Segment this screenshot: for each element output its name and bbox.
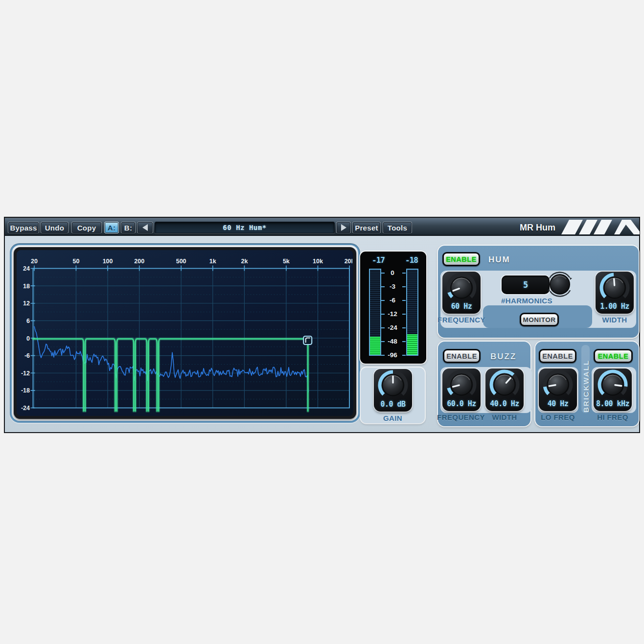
meter-scale-label: -3 bbox=[383, 283, 402, 290]
ab-b-button[interactable]: B: bbox=[121, 222, 136, 233]
gain-value: 0.0 dB bbox=[374, 400, 412, 409]
meter-scale-label: -96 bbox=[383, 351, 402, 359]
brickwall-hi-enable-button[interactable]: ENABLE bbox=[594, 349, 633, 363]
brickwall-hi-freq-value: 8.00 kHz bbox=[594, 399, 632, 408]
hum-frequency-knob[interactable] bbox=[442, 273, 481, 301]
spectrum-display: 20501002005001k2k5k10k20k24181260-6-12-1… bbox=[10, 243, 360, 423]
meter-scale-label: 0 bbox=[383, 269, 402, 276]
meter-scale-label: -6 bbox=[383, 297, 402, 304]
right-arrow-icon bbox=[341, 224, 346, 231]
hum-width-value: 1.00 Hz bbox=[596, 302, 634, 311]
svg-text:50: 50 bbox=[72, 258, 79, 265]
buzz-width-value: 40.0 Hz bbox=[485, 399, 524, 408]
meter-right bbox=[406, 269, 418, 356]
buzz-width-knob[interactable] bbox=[485, 369, 524, 398]
preset-display[interactable]: 60 Hz Hum* bbox=[155, 222, 335, 233]
svg-text:2k: 2k bbox=[241, 258, 248, 265]
svg-text:500: 500 bbox=[176, 258, 186, 265]
brickwall-title: BRICKWALL bbox=[582, 346, 590, 413]
svg-text:100: 100 bbox=[103, 258, 113, 265]
buzz-frequency-tile[interactable]: 60.0 Hz bbox=[442, 368, 481, 411]
meter-left bbox=[369, 269, 381, 356]
meter-tick-left bbox=[381, 355, 385, 356]
buzz-enable-button[interactable]: ENABLE bbox=[443, 349, 481, 363]
meter-scale-label: -48 bbox=[383, 338, 402, 345]
svg-text:20: 20 bbox=[31, 258, 38, 265]
meter-panel: -17 -18 0-3-6-12-24-48-96 bbox=[360, 252, 426, 364]
tools-menu-button[interactable]: Tools bbox=[383, 222, 412, 233]
svg-text:10k: 10k bbox=[313, 258, 323, 265]
brickwall-lo-freq-tile[interactable]: 40 Hz bbox=[539, 368, 577, 411]
prev-preset-button[interactable] bbox=[137, 222, 153, 233]
svg-text:24: 24 bbox=[23, 265, 30, 272]
buzz-width-tile[interactable]: 40.0 Hz bbox=[485, 368, 524, 411]
preset-menu-button[interactable]: Preset bbox=[352, 222, 381, 233]
brickwall-lo-freq-value: 40 Hz bbox=[539, 399, 577, 408]
meter-value-right: -18 bbox=[397, 255, 426, 265]
buzz-enable-label: ENABLE bbox=[444, 350, 479, 362]
svg-text:-6: -6 bbox=[24, 352, 30, 359]
svg-text:-24: -24 bbox=[21, 405, 30, 412]
plugin-window: Bypass Undo Copy A: B: 60 Hz Hum* Preset… bbox=[4, 217, 640, 433]
hum-frequency-value: 60 Hz bbox=[442, 302, 481, 311]
svg-text:6: 6 bbox=[26, 318, 30, 324]
brickwall-lo-freq-label: LO FREQ bbox=[533, 413, 582, 421]
monitor-label: MONITOR bbox=[521, 314, 557, 325]
gain-knob-tile[interactable]: 0.0 dB bbox=[374, 369, 412, 412]
spectrum-graph[interactable]: 20501002005001k2k5k10k20k24181260-6-12-1… bbox=[17, 250, 352, 416]
hum-title: HUM bbox=[488, 255, 510, 265]
brickwall-hi-freq-knob[interactable] bbox=[594, 369, 632, 398]
buzz-width-label: WIDTH bbox=[480, 413, 529, 421]
app-title: MR Hum bbox=[494, 222, 555, 233]
preset-name: 60 Hz Hum* bbox=[223, 224, 266, 231]
graph-frame: 20501002005001k2k5k10k20k24181260-6-12-1… bbox=[12, 245, 358, 421]
hum-width-knob[interactable] bbox=[596, 273, 634, 301]
brickwall-hi-freq-tile[interactable]: 8.00 kHz bbox=[594, 368, 632, 411]
meter-tick-right bbox=[402, 341, 406, 342]
brickwall-handle[interactable] bbox=[303, 336, 312, 345]
buzz-frequency-label: FREQUENCY bbox=[437, 413, 485, 421]
hum-frequency-label: FREQUENCY bbox=[437, 316, 486, 324]
svg-text:20k: 20k bbox=[345, 258, 352, 265]
brickwall-lo-enable-button[interactable]: ENABLE bbox=[539, 349, 576, 363]
buzz-title: BUZZ bbox=[490, 352, 516, 362]
brickwall-lo-freq-knob[interactable] bbox=[539, 369, 577, 398]
bypass-button[interactable]: Bypass bbox=[8, 222, 39, 233]
svg-text:12: 12 bbox=[23, 300, 30, 307]
hum-width-tile[interactable]: 1.00 Hz bbox=[596, 272, 634, 314]
hum-width-label: WIDTH bbox=[590, 316, 639, 324]
svg-text:18: 18 bbox=[23, 283, 30, 290]
harmonics-display[interactable]: 5 bbox=[502, 276, 550, 294]
meter-scale-label: -24 bbox=[383, 324, 402, 331]
brickwall-hi-freq-label: HI FREQ bbox=[588, 413, 637, 421]
meter-tick-left bbox=[381, 327, 385, 328]
buzz-frequency-value: 60.0 Hz bbox=[442, 399, 481, 408]
gain-knob[interactable] bbox=[374, 370, 412, 398]
hum-enable-label: ENABLE bbox=[444, 253, 479, 265]
gain-panel: 0.0 dB GAIN bbox=[361, 368, 425, 423]
graph-bezel: 20501002005001k2k5k10k20k24181260-6-12-1… bbox=[14, 247, 356, 419]
ab-a-button[interactable]: A: bbox=[104, 222, 119, 233]
graph-viewport[interactable]: 20501002005001k2k5k10k20k24181260-6-12-1… bbox=[17, 250, 353, 416]
wave-arts-logo bbox=[561, 220, 640, 234]
harmonics-label: #HARMONICS bbox=[501, 297, 550, 305]
svg-text:-18: -18 bbox=[21, 387, 30, 394]
meter-tick-right bbox=[402, 273, 406, 274]
hum-frequency-tile[interactable]: 60 Hz bbox=[442, 272, 481, 314]
harmonics-spinner[interactable] bbox=[546, 271, 574, 299]
meter-right-fill bbox=[407, 334, 417, 355]
hum-enable-button[interactable]: ENABLE bbox=[442, 252, 480, 266]
buzz-frequency-knob[interactable] bbox=[442, 369, 481, 398]
svg-text:1k: 1k bbox=[209, 258, 216, 265]
copy-button[interactable]: Copy bbox=[71, 222, 102, 233]
undo-button[interactable]: Undo bbox=[41, 222, 69, 233]
left-arrow-icon bbox=[142, 224, 148, 231]
meter-tick-right bbox=[402, 300, 406, 301]
next-preset-button[interactable] bbox=[336, 222, 351, 233]
monitor-button[interactable]: MONITOR bbox=[520, 313, 559, 326]
meter-tick-left bbox=[381, 286, 385, 287]
svg-text:0: 0 bbox=[26, 335, 30, 342]
meter-tick-right bbox=[402, 355, 406, 356]
meter-value-left: -17 bbox=[364, 255, 393, 265]
svg-text:5k: 5k bbox=[283, 258, 290, 265]
